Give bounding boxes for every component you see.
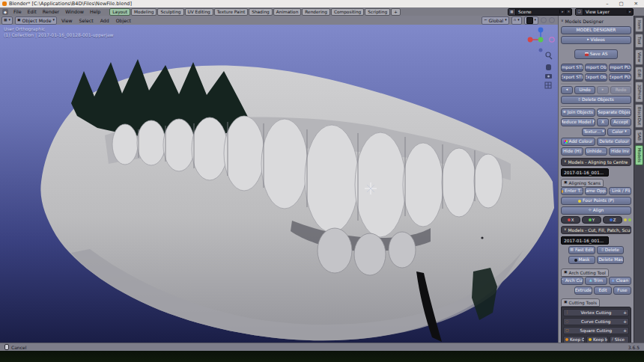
scene-new-button[interactable]: ▸: [559, 10, 565, 13]
editor-type-button[interactable]: ▦ ▾: [1, 16, 13, 25]
scene-selector[interactable]: ▦ Scene ▸ ✕: [508, 8, 572, 16]
delete-mask-button[interactable]: ▯Delete Mask: [597, 256, 624, 264]
fuse-button[interactable]: Fuse: [613, 286, 631, 295]
link-flip-button[interactable]: ∞Link / Flip: [609, 187, 631, 195]
edit-button[interactable]: Edit: [594, 286, 612, 295]
import-ply-button[interactable]: Import PLY: [609, 64, 631, 72]
sidebar-tab-tool[interactable]: Tool: [635, 34, 643, 47]
menu-view[interactable]: View: [59, 18, 75, 23]
menu-edit[interactable]: Edit: [25, 9, 40, 14]
mask-button[interactable]: Mask: [568, 256, 595, 264]
hide-inverse-button[interactable]: Hide Inv: [609, 147, 631, 156]
maximize-button[interactable]: ▢: [619, 1, 623, 7]
save-as-button[interactable]: Save AS: [574, 49, 618, 59]
shading-mode-dropdown[interactable]: ▾: [524, 16, 538, 25]
reduce-model-file-button[interactable]: ▱Reduce Model File: [561, 118, 595, 126]
cutting-tools-header[interactable]: ▣ Cutting Tools: [561, 298, 600, 307]
delete-colour-button[interactable]: Delete Colour: [597, 138, 631, 146]
add-colour-button[interactable]: Add Colour: [561, 138, 595, 146]
viewport-zoom-icon[interactable]: [546, 52, 552, 59]
sidebar-tab-item[interactable]: Item: [635, 17, 643, 32]
reduce-cancel-button[interactable]: X: [597, 118, 609, 126]
close-button[interactable]: ✕: [634, 1, 638, 7]
axis-y-button[interactable]: Y: [582, 216, 601, 224]
model-select-dropdown-2[interactable]: 2017-01-16_001...: [561, 236, 609, 245]
minimize-button[interactable]: –: [606, 1, 608, 7]
delete-button[interactable]: ▯Delete: [597, 246, 624, 254]
separate-objects-button[interactable]: ⊖Separate Objects: [597, 108, 631, 117]
tab-scripting[interactable]: Scripting: [365, 8, 390, 16]
arch-cutting-tool-header[interactable]: ▣ Arch Cutting Tool: [561, 269, 609, 277]
redo-arrow-button[interactable]: ▸: [597, 86, 609, 94]
name-opp-button[interactable]: Name Opp...: [585, 187, 607, 195]
menu-select[interactable]: Select: [77, 18, 96, 23]
undo-button[interactable]: Undo: [574, 86, 595, 94]
tab-sculpting[interactable]: Sculpting: [157, 8, 183, 16]
sidebar-tab-edit[interactable]: Edit: [635, 67, 643, 80]
tab-layout[interactable]: Layout: [109, 8, 130, 16]
mode-dropdown[interactable]: ▣ Object Mode ▾: [15, 16, 57, 25]
join-objects-button[interactable]: ⊕Join Objects: [561, 108, 595, 117]
menu-window[interactable]: Window: [62, 9, 87, 14]
keep-inside-button[interactable]: Keep In...: [586, 336, 608, 343]
redo-button[interactable]: Redo: [610, 86, 631, 94]
delete-objects-button[interactable]: ▯Delete Objects: [561, 96, 631, 104]
keep-outside-button[interactable]: Keep O...: [563, 336, 585, 343]
tab-uv-editing[interactable]: UV Editing: [185, 8, 213, 16]
color-dropdown[interactable]: Color▾: [607, 128, 631, 136]
hide-button[interactable]: Hide (H): [561, 147, 583, 156]
import-stl-button[interactable]: Import STL: [561, 64, 583, 72]
viewport-camera-icon[interactable]: [545, 74, 552, 79]
extrude-button[interactable]: Extrude: [574, 286, 592, 295]
axis-z-button[interactable]: Z: [603, 216, 622, 224]
sidebar-tab-models[interactable]: Models: [635, 145, 643, 165]
shading-rendered-icon[interactable]: [549, 17, 555, 23]
scene-delete-button[interactable]: ✕: [565, 10, 571, 13]
menu-help[interactable]: Help: [87, 9, 103, 14]
sidebar-tab-view[interactable]: View: [635, 49, 643, 65]
export-obj-button[interactable]: Export Obj: [585, 73, 607, 82]
four-points-button[interactable]: Four Points (P): [561, 197, 631, 205]
tab-rendering[interactable]: Rendering: [302, 8, 330, 16]
menu-object[interactable]: Object: [114, 18, 133, 23]
aligning-scans-button[interactable]: ▣ Aligning Scans: [561, 179, 604, 187]
arch-cut-button[interactable]: ◠Arch Cut: [561, 277, 583, 285]
section-cut-fill-patch-sculpt[interactable]: ∨ Models - Cut, Fill, Patch, Sculpt: [561, 226, 631, 234]
tab-shading[interactable]: Shading: [249, 8, 273, 16]
menu-render[interactable]: Render: [40, 9, 62, 14]
accept-button[interactable]: Accept: [610, 118, 631, 126]
trim-button[interactable]: ▲Trim: [585, 277, 607, 285]
navigation-gizmo[interactable]: [528, 28, 555, 53]
curve-cutting-row[interactable]: ◌ Curve Cutting +: [563, 318, 629, 325]
lock-toggle-icon[interactable]: [628, 218, 631, 221]
axis-x-button[interactable]: X: [561, 216, 580, 224]
section-aligning-to-centre[interactable]: ∨ Models - Aligning to Centre: [561, 158, 631, 166]
snap-toggle[interactable]: ∩ ▾: [511, 16, 522, 25]
viewport-3d[interactable]: User Orthographic (1) Collection | 2017-…: [0, 25, 558, 343]
slice-button[interactable]: ∕Slice: [610, 336, 629, 343]
blender-app-menu-icon[interactable]: ◆: [2, 9, 8, 15]
export-ply-button[interactable]: Export PLY: [609, 73, 631, 82]
model-designer-button[interactable]: MODEL DESIGNER: [561, 26, 631, 34]
shading-solid-icon[interactable]: [541, 17, 547, 23]
add-vertex-cut-button[interactable]: +: [623, 310, 627, 315]
tab-animation[interactable]: Animation: [273, 8, 302, 16]
export-stl-button[interactable]: Export STL: [561, 73, 583, 82]
videos-button[interactable]: ▸Videos: [561, 36, 631, 44]
panel-header[interactable]: ∨ Models Designer: [561, 17, 631, 25]
sidebar-tab-blockout[interactable]: BlockOut: [635, 104, 643, 128]
tab-texture-paint[interactable]: Texture Paint: [214, 8, 248, 16]
view-layer-new-button[interactable]: ▸: [627, 10, 633, 13]
add-workspace-button[interactable]: +: [391, 8, 401, 16]
viewport-perspective-icon[interactable]: [545, 82, 551, 88]
viewport-pan-icon[interactable]: [546, 64, 551, 70]
view-layer-selector[interactable]: ❏ View Layer ▸: [575, 8, 634, 16]
add-square-cut-button[interactable]: +: [623, 328, 627, 333]
square-cutting-row[interactable]: ▢ Square Cutting +: [563, 327, 629, 334]
clean-button[interactable]: ▲Clean: [609, 277, 631, 285]
lock-toggle-icon[interactable]: [624, 218, 627, 221]
align-button[interactable]: ⊹Align: [561, 206, 631, 215]
vertex-cutting-row[interactable]: ⋮ Vertex Cutting +: [563, 309, 629, 316]
tab-compositing[interactable]: Compositing: [331, 8, 364, 16]
menu-add[interactable]: Add: [98, 18, 112, 23]
